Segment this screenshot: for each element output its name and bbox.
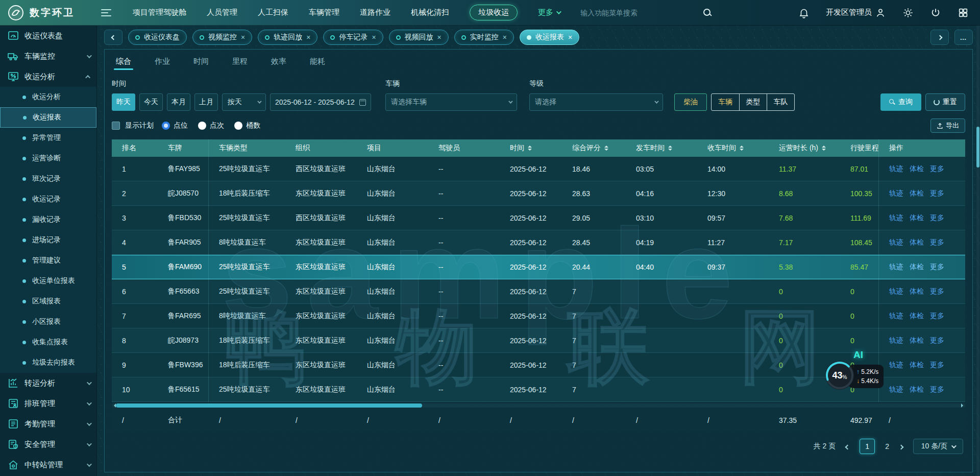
settings-gear-icon[interactable] [902, 7, 914, 18]
topbar-menu-item[interactable]: 人员管理 [207, 8, 237, 17]
vscroll-thumb[interactable] [976, 127, 979, 168]
table-header-cell[interactable]: 收车时间 [697, 144, 769, 153]
table-row[interactable]: 6鲁F6566325吨垃圾直运车东区垃圾直运班山东烟台--2025-06-127… [112, 279, 965, 304]
topbar-menu-item[interactable]: 更多 [538, 8, 560, 17]
action-link[interactable]: 更多 [930, 263, 944, 272]
sidebar-subitem[interactable]: 收运报表 [0, 107, 96, 128]
sort-icon[interactable] [740, 146, 744, 151]
dimension-button[interactable]: 类型 [739, 94, 767, 110]
sidebar-subitem[interactable]: 运营诊断 [0, 148, 96, 169]
granularity-select[interactable]: 按天 [222, 93, 266, 111]
close-icon[interactable]: × [437, 34, 442, 41]
hscroll-left-arrow-icon[interactable] [112, 403, 116, 408]
open-tab-pill[interactable]: 视频监控× [192, 30, 252, 45]
metric-radio[interactable]: 点位 [162, 121, 188, 130]
pagination-prev-button[interactable] [846, 442, 849, 450]
date-range-input[interactable]: 2025-06-12 - 2025-06-12 [270, 93, 371, 111]
topbar-menu-item[interactable]: 车辆管理 [309, 8, 339, 17]
action-link[interactable]: 更多 [930, 287, 944, 296]
sidebar-item[interactable]: 考勤管理 [0, 414, 96, 434]
close-icon[interactable]: × [503, 34, 507, 41]
table-header-cell[interactable]: 发车时间 [626, 144, 697, 153]
sort-icon[interactable] [604, 146, 608, 151]
sort-icon[interactable] [822, 146, 826, 151]
power-icon[interactable] [930, 7, 941, 18]
metric-radio[interactable]: 点次 [198, 121, 224, 130]
topbar-menu-item[interactable]: 项目管理驾驶舱 [133, 8, 186, 17]
action-link[interactable]: 更多 [930, 312, 944, 321]
sidebar-item[interactable]: 排班管理 [0, 393, 96, 414]
hscroll-thumb[interactable] [116, 403, 422, 408]
table-header-cell[interactable]: 综合评分 [562, 144, 626, 153]
open-tab-pill[interactable]: 收运仪表盘 [128, 30, 187, 45]
close-icon[interactable]: × [306, 34, 310, 41]
quick-date-button[interactable]: 上月 [194, 93, 218, 111]
sidebar-item[interactable]: 转运分析 [0, 373, 96, 393]
sidebar-item[interactable]: 收运分析 [0, 66, 96, 87]
sidebar-subitem[interactable]: 收运分析 [0, 87, 96, 107]
action-link[interactable]: 体检 [910, 385, 924, 394]
action-link[interactable]: 体检 [910, 312, 924, 321]
pagination-next-button[interactable] [899, 442, 903, 450]
vehicle-select[interactable]: 请选择车辆 [385, 93, 517, 111]
action-link[interactable]: 轨迹 [889, 189, 903, 198]
apps-grid-icon[interactable] [958, 7, 969, 18]
action-link[interactable]: 更多 [930, 189, 944, 198]
export-button[interactable]: 导出 [930, 118, 965, 133]
table-row[interactable]: 1鲁FAY98525吨垃圾直运车西区垃圾直运班山东烟台--2025-06-121… [112, 157, 965, 181]
table-horizontal-scrollbar[interactable] [112, 403, 965, 408]
sidebar-subitem[interactable]: 区域报表 [0, 291, 96, 312]
search-input[interactable] [580, 9, 703, 17]
ai-gauge[interactable]: 43% [824, 360, 855, 391]
page-vertical-scrollbar[interactable] [976, 26, 979, 476]
table-header-cell[interactable]: 时间 [500, 144, 562, 153]
sidebar-item[interactable]: 中转站管理 [0, 455, 96, 475]
open-tab-pill[interactable]: 实时监控× [454, 30, 514, 45]
menu-collapse-icon[interactable] [101, 9, 111, 16]
topbar-menu-item[interactable]: 人工扫保 [258, 8, 288, 17]
action-link[interactable]: 更多 [930, 385, 944, 394]
report-subtab[interactable]: 时间 [193, 50, 209, 73]
topbar-menu-item[interactable]: 机械化清扫 [411, 8, 449, 17]
sidebar-item[interactable]: 车辆监控 [0, 46, 96, 66]
user-menu[interactable]: 开发区管理员 [826, 7, 886, 18]
query-button[interactable]: 查询 [880, 93, 921, 111]
action-link[interactable]: 更多 [930, 336, 944, 345]
ai-monitor-widget[interactable]: ↑ 5.2K/s ↓ 5.4K/s 43% AI [820, 345, 901, 398]
action-link[interactable]: 体检 [910, 189, 924, 198]
action-link[interactable]: 轨迹 [889, 336, 903, 345]
action-link[interactable]: 体检 [910, 287, 924, 296]
quick-date-button[interactable]: 昨天 [112, 93, 135, 111]
action-link[interactable]: 轨迹 [889, 238, 903, 247]
sidebar-subitem[interactable]: 进场记录 [0, 230, 96, 250]
bell-icon[interactable] [798, 7, 810, 18]
pagination-page[interactable]: 2 [885, 442, 889, 450]
open-tab-pill[interactable]: 收运报表× [520, 30, 579, 45]
sort-icon[interactable] [528, 146, 532, 151]
sidebar-subitem[interactable]: 异常管理 [0, 128, 96, 148]
report-subtab[interactable]: 作业 [155, 50, 170, 73]
action-link[interactable]: 轨迹 [889, 164, 903, 174]
table-row[interactable]: 4鲁FAR9058吨垃圾直运车东区垃圾直运班山东烟台--2025-06-1228… [112, 230, 965, 255]
sidebar-subitem[interactable]: 垃圾去向报表 [0, 352, 96, 373]
show-plan-checkbox[interactable] [112, 122, 120, 130]
hscroll-right-arrow-icon[interactable] [961, 403, 965, 408]
action-link[interactable]: 更多 [930, 164, 944, 174]
action-link[interactable]: 体检 [910, 213, 924, 223]
dimension-button[interactable]: 车队 [767, 94, 794, 110]
reset-button[interactable]: 重置 [925, 93, 965, 111]
action-link[interactable]: 轨迹 [889, 312, 903, 321]
sidebar-subitem[interactable]: 收运记录 [0, 189, 96, 209]
sidebar-subitem[interactable]: 管理建议 [0, 250, 96, 271]
close-icon[interactable]: × [241, 34, 245, 41]
action-link[interactable]: 更多 [930, 361, 944, 370]
sidebar-subitem[interactable]: 漏收记录 [0, 209, 96, 230]
open-tab-pill[interactable]: 停车记录× [323, 30, 383, 45]
action-link[interactable]: 体检 [910, 263, 924, 272]
action-link[interactable]: 轨迹 [889, 263, 903, 272]
topbar-menu-item[interactable]: 垃圾收运 [470, 5, 518, 20]
table-header-cell[interactable]: 行驶里程 [840, 144, 878, 153]
action-link[interactable]: 更多 [930, 238, 944, 247]
report-subtab[interactable]: 里程 [232, 50, 248, 73]
tabs-scroll-left-button[interactable] [104, 30, 122, 45]
